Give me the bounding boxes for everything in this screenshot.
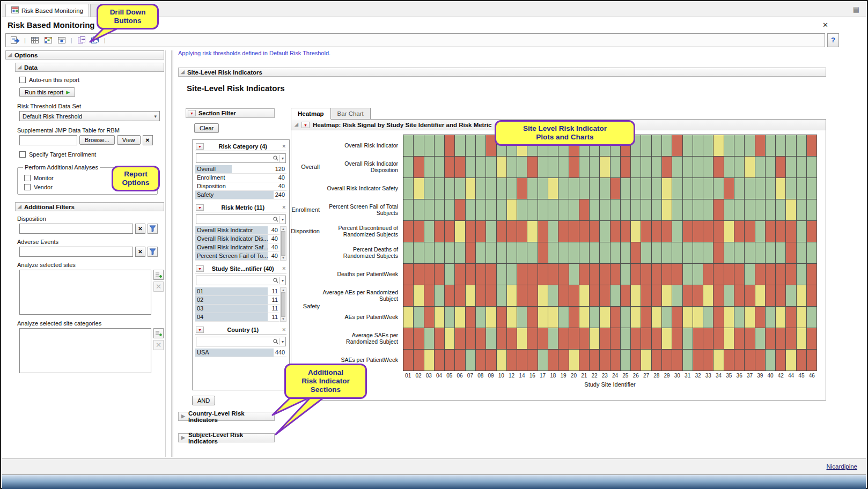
- heatmap-cell[interactable]: [724, 157, 734, 178]
- heatmap-cell[interactable]: [755, 157, 766, 178]
- country-level-section-header[interactable]: ▶ Country-Level Risk Indicators: [178, 412, 275, 421]
- heatmap-cell[interactable]: [414, 221, 424, 242]
- heatmap-cell[interactable]: [652, 199, 662, 221]
- heatmap-cell[interactable]: [569, 264, 579, 285]
- heatmap-cell[interactable]: [652, 221, 662, 242]
- heatmap-cell[interactable]: [797, 285, 807, 307]
- heatmap-cell[interactable]: [569, 157, 579, 178]
- heatmap-cell[interactable]: [403, 178, 414, 199]
- heatmap-cell[interactable]: [600, 221, 610, 242]
- heatmap-cell[interactable]: [693, 328, 703, 350]
- heatmap-cell[interactable]: [590, 178, 600, 199]
- heatmap-cell[interactable]: [745, 264, 755, 285]
- heatmap-cell[interactable]: [755, 178, 766, 199]
- red-triangle-menu-icon[interactable]: ▼: [301, 122, 310, 128]
- red-triangle-menu-icon[interactable]: ▼: [196, 265, 204, 272]
- close-filter-icon[interactable]: ✕: [282, 327, 286, 332]
- heatmap-cell[interactable]: [776, 178, 786, 199]
- heatmap-cell[interactable]: [558, 221, 569, 242]
- heatmap-cell[interactable]: [766, 350, 776, 371]
- heatmap-cell[interactable]: [797, 307, 807, 328]
- filter-search-input[interactable]: [196, 155, 272, 161]
- heatmap-cell[interactable]: [455, 264, 465, 285]
- heatmap-cell[interactable]: [713, 264, 724, 285]
- heatmap-cell[interactable]: [558, 285, 569, 307]
- heatmap-cell[interactable]: [455, 157, 465, 178]
- heatmap-cell[interactable]: [600, 157, 610, 178]
- and-button[interactable]: AND: [192, 396, 215, 405]
- study-link[interactable]: Nicardipine: [826, 463, 857, 470]
- heatmap-cell[interactable]: [527, 264, 538, 285]
- heatmap-cell[interactable]: [455, 307, 465, 328]
- heatmap-cell[interactable]: [527, 157, 538, 178]
- heatmap-cell[interactable]: [745, 157, 755, 178]
- heatmap-cell[interactable]: [538, 307, 548, 328]
- heatmap-cell[interactable]: [807, 199, 817, 221]
- heatmap-cell[interactable]: [621, 157, 631, 178]
- heatmap-cell[interactable]: [631, 350, 641, 371]
- heatmap-cell[interactable]: [403, 264, 414, 285]
- heatmap-cell[interactable]: [435, 199, 445, 221]
- heatmap-cell[interactable]: [558, 350, 569, 371]
- heatmap-cell[interactable]: [745, 135, 755, 157]
- heatmap-cell[interactable]: [507, 350, 517, 371]
- heatmap-cell[interactable]: [517, 307, 527, 328]
- heatmap-cell[interactable]: [569, 307, 579, 328]
- heatmap-cell[interactable]: [486, 178, 496, 199]
- heatmap-cell[interactable]: [507, 328, 517, 350]
- heatmap-cell[interactable]: [476, 350, 486, 371]
- heatmap-cell[interactable]: [517, 350, 527, 371]
- heatmap-cell[interactable]: [672, 350, 682, 371]
- heatmap-cell[interactable]: [558, 199, 569, 221]
- selected-sites-listbox[interactable]: [19, 270, 151, 315]
- heatmap-cell[interactable]: [724, 199, 734, 221]
- options-section-header[interactable]: ◢ Options: [5, 50, 164, 60]
- heatmap-cell[interactable]: [672, 242, 682, 264]
- heatmap-cell[interactable]: [497, 285, 507, 307]
- heatmap-cell[interactable]: [755, 328, 766, 350]
- heatmap-cell[interactable]: [631, 221, 641, 242]
- heatmap-cell[interactable]: [455, 242, 465, 264]
- heatmap-cell[interactable]: [786, 285, 796, 307]
- tab-risk-based-monitoring[interactable]: Risk Based Monitoring: [5, 4, 89, 17]
- heatmap-cell[interactable]: [807, 328, 817, 350]
- heatmap-cell[interactable]: [600, 264, 610, 285]
- heatmap-cell[interactable]: [590, 307, 600, 328]
- heatmap-cell[interactable]: [786, 157, 796, 178]
- heatmap-cell[interactable]: [610, 199, 621, 221]
- heatmap-cell[interactable]: [424, 264, 435, 285]
- heatmap-cell[interactable]: [414, 178, 424, 199]
- heatmap-cell[interactable]: [548, 328, 558, 350]
- heatmap-cell[interactable]: [435, 221, 445, 242]
- heatmap-cell[interactable]: [713, 157, 724, 178]
- red-triangle-menu-icon[interactable]: ▼: [196, 327, 204, 333]
- heatmap-cell[interactable]: [435, 178, 445, 199]
- heatmap-cell[interactable]: [610, 350, 621, 371]
- heatmap-cell[interactable]: [435, 242, 445, 264]
- heatmap-cell[interactable]: [466, 199, 476, 221]
- chevron-down-icon[interactable]: ▾: [279, 216, 285, 223]
- heatmap-cell[interactable]: [724, 264, 734, 285]
- heatmap-cell[interactable]: [641, 285, 651, 307]
- heatmap-cell[interactable]: [590, 221, 600, 242]
- heatmap-cell[interactable]: [548, 178, 558, 199]
- filter-item[interactable]: Enrollment40: [195, 174, 286, 182]
- heatmap-cell[interactable]: [745, 199, 755, 221]
- heatmap-cell[interactable]: [641, 307, 651, 328]
- heatmap-cell[interactable]: [776, 285, 786, 307]
- heatmap-cell[interactable]: [786, 199, 796, 221]
- heatmap-cell[interactable]: [693, 178, 703, 199]
- heatmap-cell[interactable]: [507, 199, 517, 221]
- heatmap-cell[interactable]: [527, 350, 538, 371]
- heatmap-cell[interactable]: [579, 350, 590, 371]
- heatmap-cell[interactable]: [621, 242, 631, 264]
- heatmap-cell[interactable]: [672, 221, 682, 242]
- heatmap-cell[interactable]: [517, 242, 527, 264]
- heatmap-cell[interactable]: [455, 135, 465, 157]
- heatmap-cell[interactable]: [786, 350, 796, 371]
- disposition-filter-input[interactable]: [19, 224, 133, 234]
- heatmap-cell[interactable]: [786, 135, 796, 157]
- run-report-button[interactable]: Run this report ▶: [19, 87, 75, 97]
- clear-adverse-events-icon[interactable]: ✕: [135, 247, 145, 257]
- heatmap-cell[interactable]: [424, 307, 435, 328]
